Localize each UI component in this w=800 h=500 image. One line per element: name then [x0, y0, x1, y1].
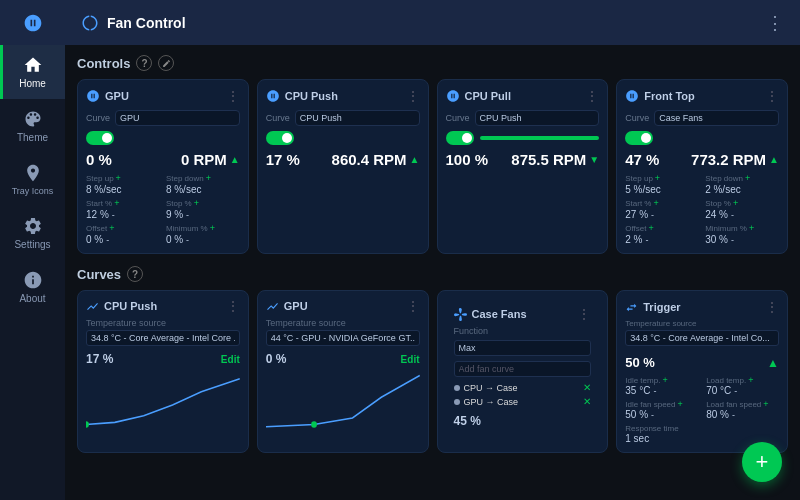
cpu-push-temp-src-label: Temperature source 34.8 °C - Core Averag… — [78, 318, 248, 350]
ft-step-down: Step down + 2 %/sec — [705, 173, 779, 195]
trigger-curve-card: Trigger ⋮ Temperature source 34.8 °C - C… — [616, 290, 788, 453]
cpu-pull-rpm: 875.5 RPM ▼ — [511, 151, 599, 168]
front-top-curve-select[interactable]: Case Fans — [654, 110, 779, 126]
gpu-curve-more[interactable]: ⋮ — [406, 298, 420, 314]
controls-help-icon[interactable]: ? — [136, 55, 152, 71]
gpu-toggle[interactable] — [86, 131, 114, 145]
front-top-toggle-row — [625, 131, 779, 145]
cpu-push-chart — [78, 370, 248, 430]
add-fan-select[interactable]: Add fan curve — [454, 361, 592, 377]
gpu-offset-label: Offset + — [86, 223, 160, 233]
front-top-toggle[interactable] — [625, 131, 653, 145]
cpu-push-curve-more[interactable]: ⋮ — [226, 298, 240, 314]
gpu-curve-row: Curve GPU — [86, 110, 240, 126]
trigger-header: Trigger ⋮ — [625, 299, 779, 315]
cpu-push-curve-select[interactable]: CPU Push — [295, 110, 420, 126]
app-title: Fan Control — [107, 15, 186, 31]
trigger-more[interactable]: ⋮ — [765, 299, 779, 315]
gpu-step-up: Step up + 8 %/sec — [86, 173, 160, 195]
cpu-pull-curve-label: Curve — [446, 113, 470, 123]
svg-point-1 — [311, 421, 317, 428]
gpu-pct: 0 % — [86, 151, 112, 168]
gpu-temp-select[interactable]: 44 °C - GPU - NVIDIA GeForce GT... — [266, 330, 420, 346]
cpu-push-curve-row: Curve CPU Push — [266, 110, 420, 126]
content-area: Controls ? GPU ⋮ Curve GPU — [65, 45, 800, 500]
gpu-curve-title: GPU — [266, 300, 308, 313]
sidebar-item-theme[interactable]: Theme — [0, 99, 65, 153]
theme-icon — [23, 109, 43, 129]
case-fans-more[interactable]: ⋮ — [577, 306, 591, 322]
cpu-push-toggle[interactable] — [266, 131, 294, 145]
cpu-push-rpm-arrow: ▲ — [410, 154, 420, 165]
remove-cpu-case-button[interactable]: ✕ — [583, 382, 591, 393]
curves-label: Curves — [77, 267, 121, 282]
front-top-more-button[interactable]: ⋮ — [765, 88, 779, 104]
front-top-control-card: Front Top ⋮ Curve Case Fans 47 % 773. — [616, 79, 788, 254]
load-temp-block: Load temp. + 70 °C - — [706, 375, 779, 396]
gpu-start: Start % + 12 % - — [86, 198, 160, 220]
cpu-push-control-card: CPU Push ⋮ Curve CPU Push 17 % 860.4 — [257, 79, 429, 254]
sidebar-item-home[interactable]: Home — [0, 45, 65, 99]
cpu-push-more-button[interactable]: ⋮ — [406, 88, 420, 104]
gpu-curve-select[interactable]: GPU — [115, 110, 240, 126]
add-fab-button[interactable]: + — [742, 442, 782, 482]
header-title-group: Fan Control — [81, 14, 186, 32]
trigger-temp-select[interactable]: 34.8 °C - Core Average - Intel Co... — [625, 330, 779, 346]
trigger-pct-row: 50 % ▲ — [625, 355, 779, 370]
fan-item-dot2 — [454, 399, 460, 405]
svg-point-0 — [86, 421, 89, 428]
front-top-curve-label: Curve — [625, 113, 649, 123]
tray-icon — [23, 163, 43, 183]
ft-start: Start % + 27 % - — [625, 198, 699, 220]
front-top-pct: 47 % — [625, 151, 659, 168]
gpu-rpm-arrow: ▲ — [230, 154, 240, 165]
cpu-push-toggle-row — [266, 131, 420, 145]
controls-cards-grid: GPU ⋮ Curve GPU 0 % 0 RPM — [77, 79, 788, 254]
sidebar-item-tray-label: Tray Icons — [12, 186, 54, 196]
cpu-pull-toggle-row — [446, 131, 600, 145]
cpu-pull-curve-select[interactable]: CPU Push — [475, 110, 600, 126]
cpu-pull-control-card: CPU Pull ⋮ Curve CPU Push 100 % — [437, 79, 609, 254]
curves-help-icon[interactable]: ? — [127, 266, 143, 282]
remove-gpu-case-button[interactable]: ✕ — [583, 396, 591, 407]
cpu-push-curve-card: CPU Push ⋮ Temperature source 34.8 °C - … — [77, 290, 249, 453]
gpu-temp-src-label: Temperature source 44 °C - GPU - NVIDIA … — [258, 318, 428, 350]
cpu-push-temp-select[interactable]: 34.8 °C - Core Average - Intel Core ... — [86, 330, 240, 346]
gpu-curve-header: GPU ⋮ — [258, 291, 428, 318]
sidebar-item-about[interactable]: About — [0, 260, 65, 314]
front-top-card-header: Front Top ⋮ — [625, 88, 779, 104]
case-fans-func: Function Max Add fan curve CPU → Case ✕ — [446, 326, 600, 432]
gpu-step-up-val: 8 %/sec — [86, 184, 160, 195]
header-menu-button[interactable]: ⋮ — [766, 12, 784, 34]
gpu-step-down-val: 8 %/sec — [166, 184, 240, 195]
sidebar-item-settings[interactable]: Settings — [0, 206, 65, 260]
cpu-push-edit-link[interactable]: Edit — [221, 354, 240, 365]
cpu-pull-toggle[interactable] — [446, 131, 474, 145]
load-fan-block: Load fan speed + 80 % - — [706, 399, 779, 420]
case-fans-pct: 45 % — [454, 410, 592, 428]
case-fans-header: Case Fans ⋮ — [446, 299, 600, 326]
gpu-offset: Offset + 0 % - — [86, 223, 160, 245]
gpu-more-button[interactable]: ⋮ — [226, 88, 240, 104]
fan-curve-item-cpu: CPU → Case ✕ — [454, 382, 592, 393]
controls-section-header: Controls ? — [77, 55, 788, 71]
controls-label: Controls — [77, 56, 130, 71]
gpu-card-header: GPU ⋮ — [86, 88, 240, 104]
case-func-label-row: Function — [454, 326, 592, 336]
controls-edit-icon[interactable] — [158, 55, 174, 71]
gpu-edit-link[interactable]: Edit — [401, 354, 420, 365]
cpu-pull-curve-row: Curve CPU Push — [446, 110, 600, 126]
sidebar-top — [0, 0, 65, 45]
cpu-pull-pct: 100 % — [446, 151, 489, 168]
header-logo-icon — [81, 14, 99, 32]
sidebar-item-tray[interactable]: Tray Icons — [0, 153, 65, 206]
case-func-select[interactable]: Max — [454, 340, 592, 356]
ft-step-up: Step up + 5 %/sec — [625, 173, 699, 195]
idle-temp-block: Idle temp. + 35 °C - — [625, 375, 698, 396]
info-icon — [23, 270, 43, 290]
gpu-curve-pct: 0 % Edit — [258, 350, 428, 370]
case-fans-curve-card: Case Fans ⋮ Function Max Add fan curve — [437, 290, 609, 453]
cpu-pull-more-button[interactable]: ⋮ — [585, 88, 599, 104]
gpu-stop-val: 9 % - — [166, 209, 240, 220]
case-fans-title: Case Fans — [454, 308, 527, 321]
